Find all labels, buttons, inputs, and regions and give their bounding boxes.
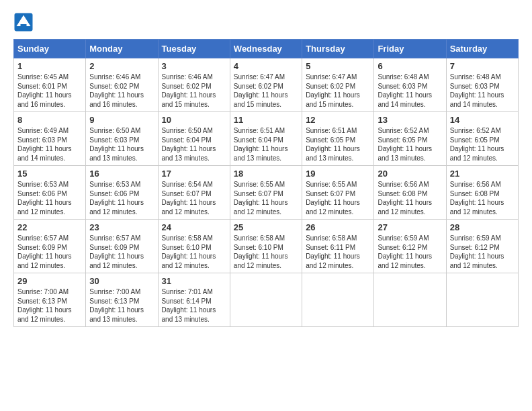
calendar-cell: 19 Sunrise: 6:55 AM Sunset: 6:07 PM Dayl… [302,166,374,220]
sunrise-label: Sunrise: 6:58 AM [306,234,357,242]
day-number: 16 [89,169,154,179]
calendar-week-2: 8 Sunrise: 6:49 AM Sunset: 6:03 PM Dayli… [14,112,519,166]
sunset-label: Sunset: 6:03 PM [378,83,427,90]
daylight-label: Daylight: 11 hours and 12 minutes. [450,253,504,269]
calendar-cell: 18 Sunrise: 6:55 AM Sunset: 6:07 PM Dayl… [230,166,302,220]
sunrise-label: Sunrise: 6:57 AM [17,234,69,242]
calendar-cell: 30 Sunrise: 7:00 AM Sunset: 6:13 PM Dayl… [86,273,158,327]
sunrise-label: Sunrise: 6:59 AM [378,234,429,242]
daylight-label: Daylight: 11 hours and 13 minutes. [89,306,144,323]
daylight-label: Daylight: 11 hours and 14 minutes. [17,145,72,162]
day-info: Sunrise: 6:53 AM Sunset: 6:06 PM Dayligh… [17,180,82,216]
daylight-label: Daylight: 11 hours and 13 minutes. [234,145,288,162]
sunset-label: Sunset: 6:04 PM [162,136,212,144]
daylight-label: Daylight: 11 hours and 13 minutes. [162,145,216,162]
sunrise-label: Sunrise: 7:00 AM [89,288,140,295]
daylight-label: Daylight: 11 hours and 12 minutes. [89,253,144,269]
sunrise-label: Sunrise: 6:51 AM [306,127,357,134]
day-info: Sunrise: 6:53 AM Sunset: 6:06 PM Dayligh… [89,180,154,216]
day-info: Sunrise: 6:51 AM Sunset: 6:05 PM Dayligh… [306,126,370,163]
day-info: Sunrise: 6:51 AM Sunset: 6:04 PM Dayligh… [234,126,298,163]
calendar-cell [302,273,374,327]
calendar-cell: 31 Sunrise: 7:01 AM Sunset: 6:14 PM Dayl… [158,273,230,327]
calendar-cell: 21 Sunrise: 6:56 AM Sunset: 6:08 PM Dayl… [446,166,518,220]
daylight-label: Daylight: 11 hours and 16 minutes. [17,91,72,108]
calendar-cell: 12 Sunrise: 6:51 AM Sunset: 6:05 PM Dayl… [302,112,374,166]
calendar-cell: 28 Sunrise: 6:59 AM Sunset: 6:12 PM Dayl… [446,220,518,273]
sunrise-label: Sunrise: 6:49 AM [17,127,69,134]
sunrise-label: Sunrise: 6:58 AM [162,234,213,242]
day-number: 17 [162,169,226,179]
calendar-cell: 3 Sunrise: 6:46 AM Sunset: 6:02 PM Dayli… [158,58,230,112]
sunrise-label: Sunrise: 6:54 AM [162,181,213,188]
sunset-label: Sunset: 6:02 PM [89,83,139,90]
sunset-label: Sunset: 6:03 PM [450,83,500,90]
daylight-label: Daylight: 11 hours and 12 minutes. [162,253,216,269]
day-info: Sunrise: 6:55 AM Sunset: 6:07 PM Dayligh… [306,180,370,216]
calendar-week-1: 1 Sunrise: 6:45 AM Sunset: 6:01 PM Dayli… [14,58,519,112]
sunrise-label: Sunrise: 6:48 AM [450,73,501,81]
sunrise-label: Sunrise: 6:47 AM [306,73,357,81]
daylight-label: Daylight: 11 hours and 12 minutes. [306,199,360,216]
daylight-label: Daylight: 11 hours and 12 minutes. [234,253,288,269]
calendar-cell: 23 Sunrise: 6:57 AM Sunset: 6:09 PM Dayl… [86,220,158,273]
sunset-label: Sunset: 6:10 PM [234,244,283,251]
daylight-label: Daylight: 11 hours and 12 minutes. [450,145,504,162]
sunset-label: Sunset: 6:09 PM [17,244,67,251]
sunrise-label: Sunrise: 6:56 AM [450,181,501,188]
calendar-cell [374,273,446,327]
day-number: 21 [450,169,515,179]
sunrise-label: Sunrise: 6:46 AM [162,73,213,81]
day-number: 25 [234,222,298,232]
day-number: 20 [378,169,442,179]
calendar-cell [230,273,302,327]
sunset-label: Sunset: 6:06 PM [17,190,67,197]
daylight-label: Daylight: 11 hours and 16 minutes. [89,91,144,108]
sunset-label: Sunset: 6:06 PM [89,190,139,197]
sunset-label: Sunset: 6:05 PM [306,136,355,144]
logo [13,12,35,32]
sunrise-label: Sunrise: 6:53 AM [17,181,69,188]
day-number: 29 [17,276,82,286]
sunrise-label: Sunrise: 6:52 AM [378,127,429,134]
sunset-label: Sunset: 6:08 PM [450,190,500,197]
day-info: Sunrise: 6:55 AM Sunset: 6:07 PM Dayligh… [234,180,298,216]
day-number: 23 [89,222,154,232]
sunset-label: Sunset: 6:02 PM [162,83,212,90]
sunset-label: Sunset: 6:07 PM [306,190,355,197]
calendar-cell [446,273,518,327]
sunrise-label: Sunrise: 7:01 AM [162,288,213,295]
sunset-label: Sunset: 6:02 PM [306,83,355,90]
day-info: Sunrise: 6:46 AM Sunset: 6:02 PM Dayligh… [89,73,154,109]
sunset-label: Sunset: 6:14 PM [162,298,212,305]
day-info: Sunrise: 6:47 AM Sunset: 6:02 PM Dayligh… [306,73,370,109]
day-info: Sunrise: 6:46 AM Sunset: 6:02 PM Dayligh… [162,73,226,109]
day-info: Sunrise: 7:01 AM Sunset: 6:14 PM Dayligh… [162,287,226,324]
calendar-cell: 11 Sunrise: 6:51 AM Sunset: 6:04 PM Dayl… [230,112,302,166]
sunset-label: Sunset: 6:11 PM [306,244,355,251]
sunrise-label: Sunrise: 6:56 AM [378,181,429,188]
calendar-header-row: Sunday Monday Tuesday Wednesday Thursday… [14,40,519,58]
day-number: 27 [378,222,442,232]
day-info: Sunrise: 7:00 AM Sunset: 6:13 PM Dayligh… [89,287,154,324]
sunrise-label: Sunrise: 6:59 AM [450,234,501,242]
day-number: 3 [162,61,226,71]
daylight-label: Daylight: 11 hours and 12 minutes. [306,253,360,269]
calendar-cell: 26 Sunrise: 6:58 AM Sunset: 6:11 PM Dayl… [302,220,374,273]
day-number: 9 [89,115,154,125]
page-header [13,12,519,32]
col-friday: Friday [374,40,446,58]
day-number: 30 [89,276,154,286]
daylight-label: Daylight: 11 hours and 12 minutes. [17,306,72,323]
svg-rect-2 [21,24,27,30]
day-info: Sunrise: 6:45 AM Sunset: 6:01 PM Dayligh… [17,73,82,109]
sunset-label: Sunset: 6:12 PM [450,244,500,251]
day-info: Sunrise: 6:58 AM Sunset: 6:10 PM Dayligh… [234,234,298,270]
day-number: 5 [306,61,370,71]
day-info: Sunrise: 6:50 AM Sunset: 6:03 PM Dayligh… [89,126,154,163]
col-monday: Monday [86,40,158,58]
daylight-label: Daylight: 11 hours and 15 minutes. [306,91,360,108]
sunrise-label: Sunrise: 6:45 AM [17,73,69,81]
day-number: 14 [450,115,515,125]
day-info: Sunrise: 6:48 AM Sunset: 6:03 PM Dayligh… [378,73,442,109]
